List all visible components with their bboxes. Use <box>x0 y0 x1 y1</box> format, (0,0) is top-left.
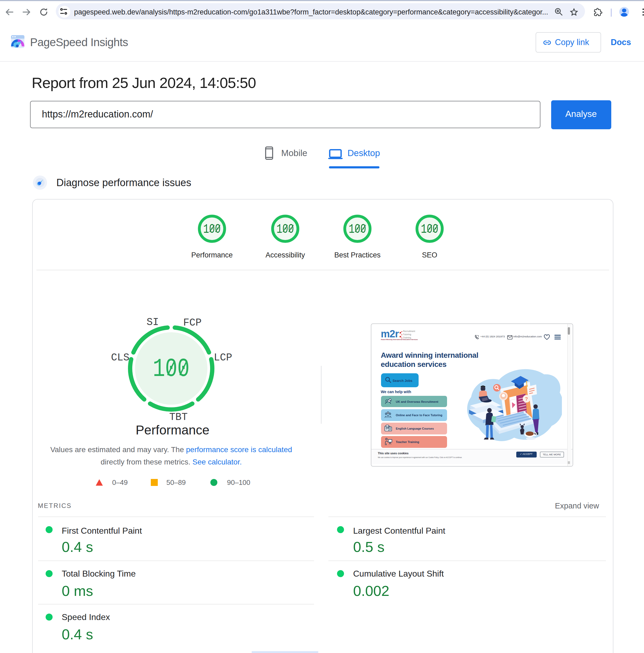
svg-text:?: ? <box>525 396 528 402</box>
svg-text:100: 100 <box>277 222 294 237</box>
svg-text:100: 100 <box>421 222 438 237</box>
svg-text:100: 100 <box>203 222 221 237</box>
svg-text:100: 100 <box>349 222 366 237</box>
